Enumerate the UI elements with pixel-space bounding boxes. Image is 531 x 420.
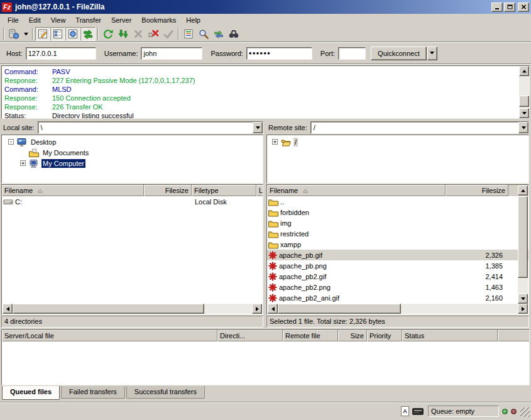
scroll-up-button[interactable]: [518, 185, 528, 196]
toggle-transfer-queue-button[interactable]: [80, 27, 96, 41]
toggle-message-log-button[interactable]: [35, 27, 50, 41]
remote-site-row: Remote site: /: [268, 121, 529, 134]
password-input[interactable]: [246, 47, 312, 60]
tab-successful-transfers[interactable]: Successful transfers: [126, 386, 205, 399]
local-horizontal-scrollbar[interactable]: [3, 304, 262, 314]
expand-icon[interactable]: [20, 160, 26, 166]
column-filesize[interactable]: Filesize: [446, 185, 508, 196]
toolbar-separator: [178, 28, 179, 40]
local-list-header: Filename Filesize Filetype L: [2, 185, 263, 196]
scroll-down-button[interactable]: [518, 294, 528, 304]
maximize-button[interactable]: [504, 3, 515, 12]
menu-help[interactable]: Help: [181, 14, 205, 26]
transfer-type-icon: [401, 406, 409, 416]
local-site-combo[interactable]: \: [38, 121, 263, 134]
remote-site-value: /: [311, 122, 518, 133]
menu-file[interactable]: File: [3, 14, 24, 26]
transfer-queue-icon: [84, 30, 92, 39]
scroll-right-button[interactable]: [518, 304, 528, 314]
file-row[interactable]: img: [267, 218, 528, 228]
minimize-button[interactable]: [491, 3, 503, 12]
column-server-local-file[interactable]: Server/Local file: [2, 330, 217, 341]
menu-bookmarks[interactable]: Bookmarks: [136, 14, 181, 26]
scroll-right-button[interactable]: [252, 304, 262, 314]
menu-edit[interactable]: Edit: [24, 14, 46, 26]
file-row[interactable]: apache_pb.png 1,385: [267, 260, 528, 271]
refresh-icon: [104, 30, 112, 38]
file-row[interactable]: apache_pb2.png 1,463: [267, 282, 528, 292]
expand-icon[interactable]: [272, 139, 278, 145]
scroll-left-button[interactable]: [268, 304, 278, 314]
menu-view[interactable]: View: [46, 14, 71, 26]
column-status[interactable]: Status: [402, 330, 498, 341]
host-input[interactable]: [26, 47, 96, 60]
site-manager-button[interactable]: [6, 27, 21, 41]
scroll-up-button[interactable]: [519, 66, 529, 76]
sort-ascending-icon: [38, 189, 43, 193]
column-filler: [498, 330, 529, 341]
process-queue-button[interactable]: [116, 27, 131, 41]
column-filename[interactable]: Filename: [2, 185, 144, 196]
column-filetype[interactable]: Filetype: [192, 185, 256, 196]
column-direction[interactable]: Directi...: [217, 330, 283, 341]
queue-body[interactable]: [2, 341, 529, 385]
synchronized-browsing-button[interactable]: [211, 27, 226, 41]
desktop-icon: [17, 138, 27, 146]
column-size[interactable]: Size: [338, 330, 367, 341]
scroll-thumb[interactable]: [278, 304, 401, 314]
site-manager-dropdown-button[interactable]: [21, 27, 30, 41]
file-row[interactable]: forbidden: [267, 207, 528, 218]
tab-failed-transfers[interactable]: Failed transfers: [61, 386, 125, 399]
column-filename[interactable]: Filename: [267, 185, 446, 196]
file-row-c-drive[interactable]: C: Local Disk: [2, 196, 263, 207]
find-files-button[interactable]: [226, 27, 241, 41]
column-remote-file[interactable]: Remote file: [283, 330, 338, 341]
quickconnect-button[interactable]: Quickconnect: [371, 47, 427, 60]
tree-item-my-computer[interactable]: My Computer: [3, 158, 261, 169]
toggle-remote-tree-button[interactable]: [65, 27, 80, 41]
scroll-down-button[interactable]: [519, 108, 529, 118]
remote-site-combo[interactable]: /: [310, 121, 529, 134]
directory-comparison-button[interactable]: [196, 27, 211, 41]
chevron-down-icon[interactable]: [253, 122, 263, 133]
reconnect-button[interactable]: [161, 27, 176, 41]
file-row[interactable]: apache_pb2_ani.gif 2,160: [267, 292, 528, 303]
refresh-button[interactable]: [101, 27, 116, 41]
menu-server[interactable]: Server: [106, 14, 136, 26]
file-row-selected[interactable]: apache_pb.gif 2,326: [267, 250, 528, 260]
scroll-left-button[interactable]: [3, 304, 13, 314]
chevron-down-icon[interactable]: [518, 122, 528, 133]
resize-grip[interactable]: [520, 407, 530, 417]
menu-transfer[interactable]: Transfer: [70, 14, 106, 26]
filezilla-window: Fz john@127.0.0.1 - FileZilla File Edit …: [0, 0, 531, 420]
message-log[interactable]: Command:PASV Response:227 Entering Passi…: [1, 65, 530, 119]
column-last-modified[interactable]: L: [256, 185, 263, 196]
scroll-thumb[interactable]: [519, 96, 529, 107]
column-priority[interactable]: Priority: [367, 330, 402, 341]
file-row[interactable]: apache_pb2.gif 2,414: [267, 271, 528, 282]
tree-item-root[interactable]: /: [268, 136, 527, 147]
image-file-icon: [268, 294, 277, 302]
toggle-local-tree-button[interactable]: [50, 27, 65, 41]
directory-listing-filters-button[interactable]: [181, 27, 196, 41]
local-site-value: \: [38, 122, 253, 133]
close-button[interactable]: [518, 3, 529, 12]
quickconnect-dropdown-button[interactable]: [427, 47, 437, 60]
cancel-operation-button[interactable]: [131, 27, 146, 41]
tree-item-my-documents[interactable]: My Documents: [3, 147, 261, 158]
remote-vertical-scrollbar[interactable]: [518, 185, 528, 304]
remote-horizontal-scrollbar[interactable]: [268, 304, 528, 314]
username-input[interactable]: [141, 47, 202, 60]
scroll-thumb[interactable]: [13, 304, 204, 314]
scroll-thumb[interactable]: [518, 196, 528, 278]
file-row[interactable]: ..: [267, 196, 528, 207]
tab-queued-files[interactable]: Queued files: [2, 386, 60, 400]
log-scrollbar[interactable]: [519, 66, 529, 118]
file-row[interactable]: xampp: [267, 239, 528, 250]
collapse-icon[interactable]: [8, 139, 14, 145]
column-filesize[interactable]: Filesize: [144, 185, 192, 196]
file-row[interactable]: restricted: [267, 228, 528, 239]
disconnect-button[interactable]: [146, 27, 161, 41]
tree-item-desktop[interactable]: Desktop: [3, 136, 261, 147]
port-input[interactable]: [338, 47, 366, 60]
